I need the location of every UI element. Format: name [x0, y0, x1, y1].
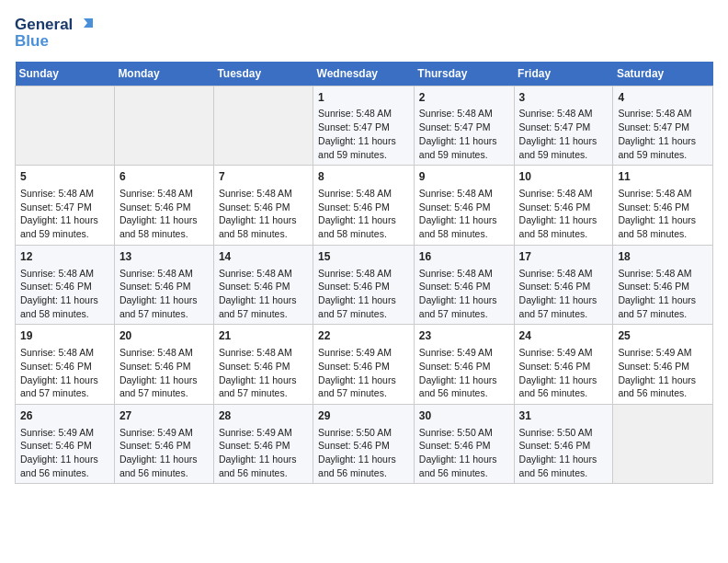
week-row-4: 19Sunrise: 5:48 AMSunset: 5:46 PMDayligh… [16, 325, 713, 405]
sunrise-text: Sunrise: 5:48 AM [519, 108, 593, 119]
sunrise-text: Sunrise: 5:48 AM [219, 268, 292, 279]
sunrise-text: Sunrise: 5:48 AM [419, 188, 493, 199]
sunrise-text: Sunrise: 5:48 AM [419, 108, 493, 119]
sunset-text: Sunset: 5:46 PM [119, 440, 191, 451]
day-cell-6: 6Sunrise: 5:48 AMSunset: 5:46 PMDaylight… [114, 166, 213, 246]
daylight-text: Daylight: 11 hours and 58 minutes. [419, 214, 497, 239]
daylight-text: Daylight: 11 hours and 58 minutes. [219, 214, 297, 239]
day-cell-23: 23Sunrise: 5:49 AMSunset: 5:46 PMDayligh… [414, 325, 514, 405]
day-number: 28 [219, 408, 308, 424]
daylight-text: Daylight: 11 hours and 57 minutes. [119, 294, 198, 319]
day-cell-13: 13Sunrise: 5:48 AMSunset: 5:46 PMDayligh… [114, 245, 213, 325]
day-cell-3: 3Sunrise: 5:48 AMSunset: 5:47 PMDaylight… [514, 86, 613, 166]
sunrise-text: Sunrise: 5:48 AM [119, 347, 193, 358]
day-cell-8: 8Sunrise: 5:48 AMSunset: 5:46 PMDaylight… [313, 166, 415, 246]
day-number: 31 [519, 408, 609, 424]
sunset-text: Sunset: 5:47 PM [618, 121, 689, 132]
day-cell-31: 31Sunrise: 5:50 AMSunset: 5:46 PMDayligh… [514, 404, 613, 484]
page-header: General Blue [15, 15, 713, 51]
day-number: 8 [318, 169, 409, 185]
sunrise-text: Sunrise: 5:50 AM [419, 427, 493, 438]
day-number: 24 [519, 328, 609, 344]
sunrise-text: Sunrise: 5:48 AM [419, 268, 493, 279]
sunset-text: Sunset: 5:46 PM [618, 201, 689, 213]
day-cell-1: 1Sunrise: 5:48 AMSunset: 5:47 PMDaylight… [313, 86, 415, 166]
day-cell-14: 14Sunrise: 5:48 AMSunset: 5:46 PMDayligh… [213, 245, 313, 325]
day-cell-20: 20Sunrise: 5:48 AMSunset: 5:46 PMDayligh… [114, 325, 213, 405]
sunrise-text: Sunrise: 5:48 AM [318, 268, 392, 279]
sunrise-text: Sunrise: 5:48 AM [318, 188, 392, 199]
daylight-text: Daylight: 11 hours and 58 minutes. [318, 214, 396, 239]
sunset-text: Sunset: 5:47 PM [519, 121, 591, 132]
sunset-text: Sunset: 5:46 PM [618, 281, 689, 292]
day-cell-27: 27Sunrise: 5:49 AMSunset: 5:46 PMDayligh… [114, 404, 213, 484]
sunrise-text: Sunrise: 5:48 AM [519, 268, 593, 279]
daylight-text: Daylight: 11 hours and 57 minutes. [519, 294, 597, 319]
header-sunday: Sunday [16, 62, 115, 86]
day-cell-7: 7Sunrise: 5:48 AMSunset: 5:46 PMDaylight… [213, 166, 313, 246]
daylight-text: Daylight: 11 hours and 57 minutes. [20, 374, 98, 399]
day-number: 1 [318, 90, 409, 106]
sunrise-text: Sunrise: 5:50 AM [519, 427, 593, 438]
sunset-text: Sunset: 5:46 PM [318, 281, 390, 292]
day-cell-4: 4Sunrise: 5:48 AMSunset: 5:47 PMDaylight… [613, 86, 713, 166]
day-number: 17 [519, 249, 609, 265]
sunrise-text: Sunrise: 5:49 AM [318, 347, 392, 358]
daylight-text: Daylight: 11 hours and 57 minutes. [219, 374, 297, 399]
sunset-text: Sunset: 5:46 PM [419, 201, 491, 213]
daylight-text: Daylight: 11 hours and 58 minutes. [20, 294, 98, 319]
calendar-table: SundayMondayTuesdayWednesdayThursdayFrid… [15, 62, 713, 485]
day-number: 30 [419, 408, 509, 424]
logo: General Blue [15, 15, 95, 51]
day-number: 23 [419, 328, 509, 344]
header-thursday: Thursday [414, 62, 514, 86]
sunset-text: Sunset: 5:46 PM [20, 361, 92, 372]
day-cell-2: 2Sunrise: 5:48 AMSunset: 5:47 PMDaylight… [414, 86, 514, 166]
day-cell-10: 10Sunrise: 5:48 AMSunset: 5:46 PMDayligh… [514, 166, 613, 246]
daylight-text: Daylight: 11 hours and 56 minutes. [419, 374, 497, 399]
daylight-text: Daylight: 11 hours and 59 minutes. [419, 135, 497, 160]
svg-marker-0 [84, 18, 93, 28]
sunset-text: Sunset: 5:46 PM [119, 361, 191, 372]
day-cell-26: 26Sunrise: 5:49 AMSunset: 5:46 PMDayligh… [16, 404, 115, 484]
sunset-text: Sunset: 5:47 PM [318, 121, 390, 132]
day-number: 6 [119, 169, 209, 185]
daylight-text: Daylight: 11 hours and 57 minutes. [119, 374, 198, 399]
sunrise-text: Sunrise: 5:48 AM [219, 347, 292, 358]
day-number: 20 [119, 328, 209, 344]
week-row-1: 1Sunrise: 5:48 AMSunset: 5:47 PMDaylight… [16, 86, 713, 166]
sunset-text: Sunset: 5:46 PM [519, 440, 591, 451]
day-cell-24: 24Sunrise: 5:49 AMSunset: 5:46 PMDayligh… [514, 325, 613, 405]
daylight-text: Daylight: 11 hours and 59 minutes. [519, 135, 597, 160]
daylight-text: Daylight: 11 hours and 57 minutes. [318, 294, 396, 319]
sunset-text: Sunset: 5:47 PM [419, 121, 491, 132]
days-header-row: SundayMondayTuesdayWednesdayThursdayFrid… [16, 62, 713, 86]
sunset-text: Sunset: 5:46 PM [219, 281, 290, 292]
sunset-text: Sunset: 5:46 PM [119, 281, 191, 292]
day-cell-16: 16Sunrise: 5:48 AMSunset: 5:46 PMDayligh… [414, 245, 514, 325]
day-cell-5: 5Sunrise: 5:48 AMSunset: 5:47 PMDaylight… [16, 166, 115, 246]
sunset-text: Sunset: 5:46 PM [519, 361, 591, 372]
daylight-text: Daylight: 11 hours and 56 minutes. [618, 374, 696, 399]
sunrise-text: Sunrise: 5:49 AM [519, 347, 593, 358]
sunrise-text: Sunrise: 5:48 AM [318, 108, 392, 119]
week-row-5: 26Sunrise: 5:49 AMSunset: 5:46 PMDayligh… [16, 404, 713, 484]
daylight-text: Daylight: 11 hours and 56 minutes. [519, 454, 597, 478]
sunrise-text: Sunrise: 5:48 AM [119, 268, 193, 279]
sunset-text: Sunset: 5:46 PM [419, 361, 491, 372]
sunrise-text: Sunrise: 5:49 AM [219, 427, 292, 438]
sunset-text: Sunset: 5:46 PM [618, 361, 689, 372]
daylight-text: Daylight: 11 hours and 58 minutes. [618, 214, 696, 239]
day-number: 16 [419, 249, 509, 265]
day-number: 19 [20, 328, 109, 344]
sunset-text: Sunset: 5:46 PM [219, 440, 290, 451]
day-cell-22: 22Sunrise: 5:49 AMSunset: 5:46 PMDayligh… [313, 325, 415, 405]
sunset-text: Sunset: 5:46 PM [519, 281, 591, 292]
empty-cell [613, 404, 713, 484]
sunrise-text: Sunrise: 5:49 AM [119, 427, 193, 438]
daylight-text: Daylight: 11 hours and 59 minutes. [318, 135, 396, 160]
sunset-text: Sunset: 5:46 PM [219, 361, 290, 372]
day-number: 4 [618, 90, 708, 106]
sunrise-text: Sunrise: 5:48 AM [219, 188, 292, 199]
daylight-text: Daylight: 11 hours and 56 minutes. [119, 454, 198, 478]
